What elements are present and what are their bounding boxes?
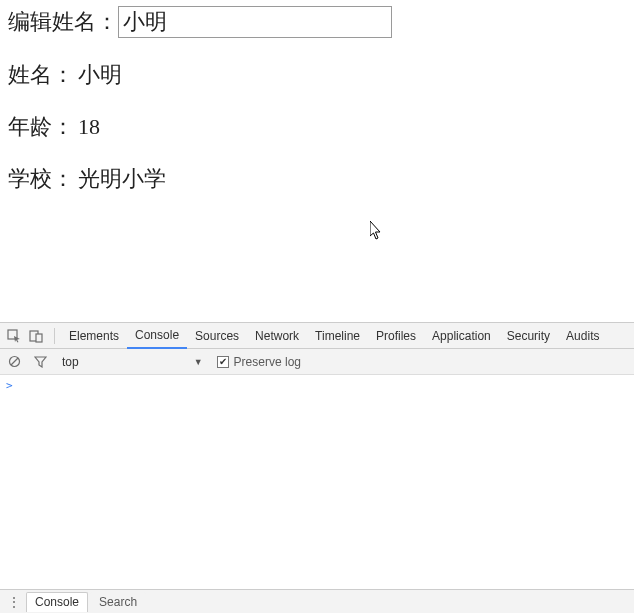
filter-icon[interactable] bbox=[30, 352, 50, 372]
drawer-tab-search[interactable]: Search bbox=[90, 592, 146, 612]
tab-console[interactable]: Console bbox=[127, 323, 187, 349]
name-row: 姓名： 小明 bbox=[8, 60, 626, 90]
devtools-main-toolbar: Elements Console Sources Network Timelin… bbox=[0, 323, 634, 349]
tab-sources[interactable]: Sources bbox=[187, 323, 247, 349]
cursor-icon bbox=[370, 221, 384, 246]
tab-audits[interactable]: Audits bbox=[558, 323, 607, 349]
tab-timeline[interactable]: Timeline bbox=[307, 323, 368, 349]
chevron-down-icon: ▼ bbox=[194, 357, 203, 367]
tab-profiles[interactable]: Profiles bbox=[368, 323, 424, 349]
drawer-tab-console[interactable]: Console bbox=[26, 592, 88, 612]
edit-name-input[interactable] bbox=[118, 6, 392, 38]
tab-application[interactable]: Application bbox=[424, 323, 499, 349]
age-label: 年龄： bbox=[8, 112, 74, 142]
age-value: 18 bbox=[78, 114, 100, 140]
school-row: 学校： 光明小学 bbox=[8, 164, 626, 194]
svg-rect-2 bbox=[36, 334, 42, 342]
device-toggle-icon[interactable] bbox=[26, 326, 46, 346]
name-label: 姓名： bbox=[8, 60, 74, 90]
console-output[interactable]: > bbox=[0, 375, 634, 590]
preserve-log-label: Preserve log bbox=[234, 355, 301, 369]
clear-console-icon[interactable] bbox=[4, 352, 24, 372]
preserve-log-checkbox[interactable]: ✔ bbox=[217, 356, 229, 368]
tab-network[interactable]: Network bbox=[247, 323, 307, 349]
age-row: 年龄： 18 bbox=[8, 112, 626, 142]
edit-name-label: 编辑姓名： bbox=[8, 7, 118, 37]
page-content: 编辑姓名： 姓名： 小明 年龄： 18 学校： 光明小学 bbox=[0, 0, 634, 222]
tab-elements[interactable]: Elements bbox=[61, 323, 127, 349]
context-label: top bbox=[62, 355, 79, 369]
inspect-element-icon[interactable] bbox=[4, 326, 24, 346]
school-value: 光明小学 bbox=[78, 164, 166, 194]
tab-security[interactable]: Security bbox=[499, 323, 558, 349]
toolbar-divider bbox=[54, 328, 55, 344]
school-label: 学校： bbox=[8, 164, 74, 194]
devtools-drawer: ⋮ Console Search bbox=[0, 589, 634, 613]
devtools-panel: Elements Console Sources Network Timelin… bbox=[0, 322, 634, 590]
execution-context-selector[interactable]: top ▼ bbox=[56, 355, 209, 369]
console-prompt-icon: > bbox=[6, 379, 13, 392]
preserve-log-control[interactable]: ✔ Preserve log bbox=[217, 355, 301, 369]
drawer-menu-icon[interactable]: ⋮ bbox=[4, 594, 24, 610]
edit-name-row: 编辑姓名： bbox=[8, 6, 626, 38]
name-value: 小明 bbox=[78, 60, 122, 90]
svg-line-4 bbox=[11, 358, 18, 365]
console-toolbar: top ▼ ✔ Preserve log bbox=[0, 349, 634, 375]
